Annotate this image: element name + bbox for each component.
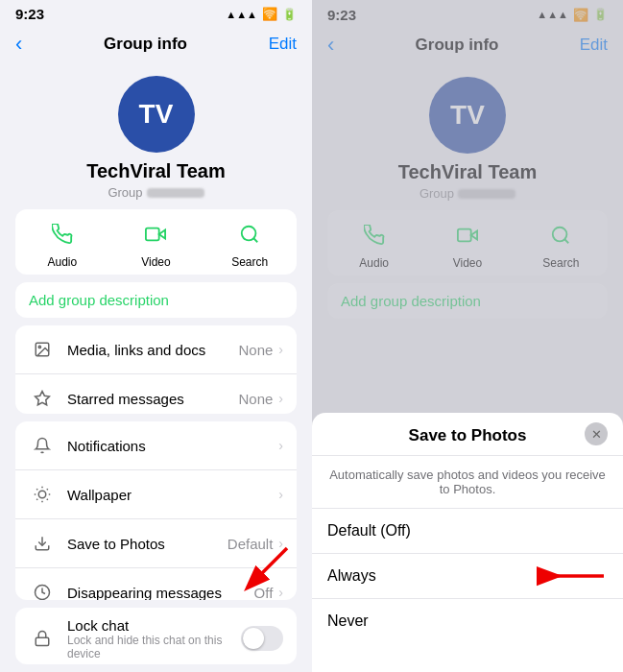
lock-text-left: Lock chat Lock and hide this chat on thi… [67, 617, 241, 660]
nav-bar-left: ‹ Group info Edit [0, 26, 312, 64]
profile-name-left: TechViral Team [86, 160, 226, 182]
option-always[interactable]: Always [312, 554, 623, 599]
star-icon [29, 385, 56, 412]
settings-list-left: Notifications › Wallpaper › Save to Phot… [15, 421, 297, 599]
battery-icon: 🔋 [282, 8, 297, 21]
lock-toggle[interactable] [241, 626, 283, 651]
wallpaper-chevron: › [278, 487, 283, 502]
wallpaper-label: Wallpaper [67, 487, 278, 503]
option-always-label: Always [327, 567, 376, 585]
search-label-left: Search [231, 255, 268, 269]
avatar-letters-left: TV [139, 99, 174, 130]
svg-point-2 [242, 227, 256, 241]
search-icon-left [232, 217, 267, 252]
edit-button-left[interactable]: Edit [269, 35, 297, 54]
svg-point-7 [38, 491, 46, 498]
lock-subtitle: Lock and hide this chat on this device [67, 634, 241, 660]
svg-line-3 [253, 238, 257, 242]
media-value: None [238, 342, 273, 358]
svg-rect-1 [146, 228, 159, 241]
back-button-left[interactable]: ‹ [15, 32, 22, 57]
lock-chat-item[interactable]: Lock chat Lock and hide this chat on thi… [15, 608, 297, 664]
right-panel: 9:23 ▲▲▲ 🛜 🔋 ‹ Group info Edit TV TechVi… [312, 0, 623, 672]
starred-label: Starred messages [67, 391, 238, 407]
media-icon [29, 336, 56, 363]
menu-list-left: Media, links and docs None › Starred mes… [15, 325, 297, 414]
status-icons-left: ▲▲▲ 🛜 🔋 [226, 7, 297, 21]
audio-label-left: Audio [47, 255, 77, 269]
avatar-left: TV [118, 76, 195, 153]
lock-icon-left [29, 625, 56, 652]
svg-rect-18 [36, 637, 49, 645]
media-label: Media, links and docs [67, 342, 238, 358]
option-never[interactable]: Never [312, 599, 623, 643]
save-to-photos-sheet: Save to Photos ✕ Automatically save phot… [312, 413, 623, 672]
option-never-label: Never [327, 612, 369, 630]
save-photos-item[interactable]: Save to Photos Default › [15, 519, 297, 568]
nav-title-left: Group info [104, 35, 187, 54]
bell-icon [29, 432, 56, 459]
left-panel: 9:23 ▲▲▲ 🛜 🔋 ‹ Group info Edit TV TechVi… [0, 0, 312, 672]
svg-point-5 [38, 346, 40, 348]
sheet-close-button[interactable]: ✕ [585, 422, 608, 445]
starred-chevron: › [278, 391, 283, 406]
svg-line-11 [47, 499, 48, 500]
media-chevron: › [278, 342, 283, 357]
search-button-left[interactable]: Search [221, 217, 278, 269]
toggle-knob [243, 628, 264, 649]
add-description-left[interactable]: Add group description [15, 282, 297, 318]
starred-messages-item[interactable]: Starred messages None › [15, 374, 297, 414]
notifications-item[interactable]: Notifications › [15, 421, 297, 470]
action-row-left: Audio Video Search [15, 209, 297, 275]
wallpaper-icon [29, 481, 56, 508]
svg-line-10 [36, 489, 37, 490]
notifications-label: Notifications [67, 438, 278, 454]
red-arrow-left [229, 539, 297, 596]
sheet-title: Save to Photos [409, 426, 527, 445]
lock-title: Lock chat [67, 617, 241, 634]
status-bar-left: 9:23 ▲▲▲ 🛜 🔋 [0, 0, 312, 26]
profile-section-left: TV TechViral Team Group [0, 64, 312, 209]
profile-group-label-left: Group [108, 185, 142, 200]
video-label-left: Video [141, 255, 170, 269]
save-photos-icon [29, 530, 56, 557]
time-left: 9:23 [15, 6, 44, 22]
option-default-off[interactable]: Default (Off) [312, 509, 623, 554]
red-arrow-right [537, 557, 613, 595]
wallpaper-item[interactable]: Wallpaper › [15, 470, 297, 519]
wifi-icon: 🛜 [262, 7, 277, 21]
media-links-item[interactable]: Media, links and docs None › [15, 325, 297, 374]
video-icon-left [138, 217, 173, 252]
disappearing-icon [29, 579, 56, 599]
signal-icon: ▲▲▲ [226, 9, 257, 20]
profile-blur-left [147, 188, 204, 198]
lock-section-left: Lock chat Lock and hide this chat on thi… [15, 608, 297, 664]
video-button-left[interactable]: Video [127, 217, 184, 269]
svg-line-14 [36, 499, 37, 500]
audio-icon-left [45, 217, 80, 252]
svg-marker-0 [159, 229, 165, 238]
svg-marker-6 [36, 392, 50, 405]
option-default-label: Default (Off) [327, 522, 411, 540]
disappearing-label: Disappearing messages [67, 585, 254, 600]
audio-button-left[interactable]: Audio [34, 217, 91, 269]
notifications-chevron: › [278, 438, 283, 453]
save-photos-label: Save to Photos [67, 536, 228, 552]
svg-line-15 [47, 489, 48, 490]
starred-value: None [238, 391, 273, 407]
profile-sub-left: Group [108, 185, 204, 200]
sheet-header: Save to Photos ✕ [312, 413, 623, 456]
sheet-description: Automatically save photos and videos you… [312, 456, 623, 509]
